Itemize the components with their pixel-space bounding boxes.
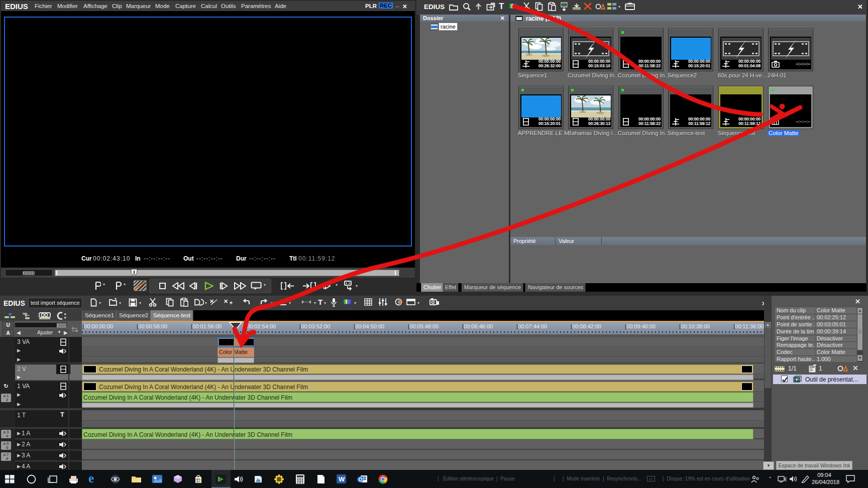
svg-text:✕: ✕ [224, 298, 228, 304]
svg-text:✕: ✕ [209, 298, 214, 304]
svg-text:W: W [339, 475, 345, 483]
svg-text:O: O [359, 477, 363, 482]
